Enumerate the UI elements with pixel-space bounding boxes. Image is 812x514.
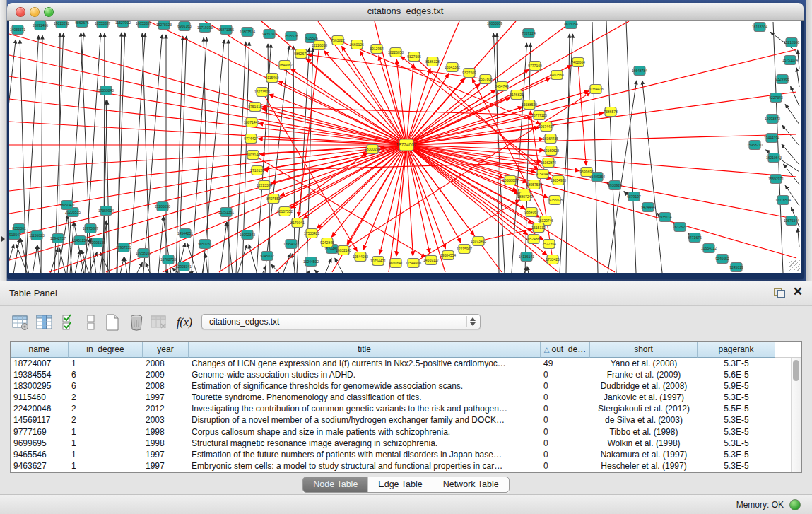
graph-node[interactable]: 9862676 bbox=[75, 21, 89, 28]
scrollbar-thumb[interactable] bbox=[793, 360, 799, 381]
graph-node[interactable]: 7462664 bbox=[571, 58, 585, 67]
graph-node[interactable]: 9327505 bbox=[407, 52, 421, 62]
graph-node[interactable]: 12160628 bbox=[543, 146, 559, 156]
graph-node[interactable]: 2935114 bbox=[658, 213, 671, 222]
graph-node[interactable]: 8454749 bbox=[495, 82, 509, 91]
table-row[interactable]: 2242004622012Investigating the contribut… bbox=[11, 403, 801, 414]
graph-node[interactable]: 17359924 bbox=[98, 206, 114, 216]
minimize-window-button[interactable] bbox=[30, 7, 40, 17]
graph-node[interactable]: 18071441 bbox=[244, 118, 259, 127]
graph-node[interactable]: 9435787 bbox=[262, 30, 276, 39]
graph-node[interactable]: 9474444 bbox=[641, 203, 655, 212]
graph-node[interactable]: 1615132 bbox=[531, 223, 546, 233]
graph-node[interactable]: 12226058 bbox=[312, 41, 327, 50]
graph-node[interactable]: 8427552 bbox=[266, 194, 281, 204]
graph-node[interactable]: 9862671 bbox=[294, 49, 308, 59]
panel-collapse-arrow[interactable] bbox=[1, 236, 5, 242]
graph-node[interactable]: 10553287 bbox=[95, 21, 110, 28]
graph-node[interactable]: 12923341 bbox=[176, 262, 192, 271]
table-row[interactable]: 969969511998Structural magnetic resonanc… bbox=[11, 438, 801, 449]
graph-node[interactable]: 11675344 bbox=[784, 216, 799, 226]
column-header-title[interactable]: title bbox=[189, 342, 541, 358]
tab-edge-table[interactable]: Edge Table bbox=[367, 477, 432, 492]
graph-node[interactable]: 9699695 bbox=[579, 168, 594, 177]
graph-node[interactable]: 18226058 bbox=[388, 48, 404, 57]
table-row[interactable]: 1872400712008Changes of HCN gene express… bbox=[11, 358, 801, 369]
graph-node[interactable]: 2718126 bbox=[250, 166, 264, 175]
graph-node[interactable]: 10754421 bbox=[370, 257, 386, 266]
graph-node[interactable]: 8170041 bbox=[290, 218, 305, 228]
graph-node[interactable]: 21206050 bbox=[155, 202, 170, 211]
graph-node[interactable]: 11544908 bbox=[406, 259, 421, 268]
column-header-pagerank[interactable]: pagerank bbox=[698, 342, 775, 358]
graph-node[interactable]: 6966163 bbox=[177, 22, 192, 31]
graph-node[interactable]: 9146821 bbox=[510, 90, 524, 100]
table-row[interactable]: 1938455462009Genome-wide association stu… bbox=[11, 369, 801, 380]
float-panel-icon[interactable] bbox=[774, 288, 785, 298]
graph-node[interactable]: 7386578 bbox=[604, 107, 618, 117]
select-all-icon[interactable] bbox=[58, 312, 79, 333]
tab-network-table[interactable]: Network Table bbox=[433, 477, 509, 492]
column-header-name[interactable]: name bbox=[11, 342, 69, 358]
graph-node[interactable]: 15278023 bbox=[156, 21, 172, 30]
graph-node[interactable]: 8471676 bbox=[688, 233, 702, 243]
graph-node[interactable]: 18107552 bbox=[277, 207, 293, 216]
graph-node[interactable]: 16053809 bbox=[487, 21, 502, 28]
graph-node[interactable]: 16648784 bbox=[632, 66, 647, 76]
graph-node[interactable]: 16871355 bbox=[218, 25, 234, 35]
graph-node[interactable]: 9242845 bbox=[320, 238, 334, 247]
table-row[interactable]: 1830029562008Estimation of significance … bbox=[11, 380, 801, 392]
graph-node[interactable]: 3912954 bbox=[370, 45, 384, 54]
network-table-select[interactable]: citations_edges.txt bbox=[201, 314, 481, 329]
graph-node[interactable]: 9227343 bbox=[769, 93, 783, 103]
graph-node[interactable]: 6879197 bbox=[627, 192, 641, 201]
graph-node[interactable]: 16653287 bbox=[136, 21, 151, 28]
network-window[interactable]: citations_edges.txt 14035571208914061901… bbox=[7, 3, 804, 279]
graph-node[interactable]: 12093872 bbox=[765, 115, 780, 124]
column-header-in_degree[interactable]: in_degree bbox=[69, 342, 143, 358]
graph-node[interactable]: 19756928 bbox=[547, 196, 563, 205]
graph-node[interactable]: 9115460 bbox=[265, 74, 278, 83]
column-header-out_degree[interactable]: △out_de… bbox=[541, 342, 590, 358]
graph-node[interactable]: 8813054 bbox=[564, 21, 578, 29]
network-canvas[interactable]: 1403557120891406190132929862676105532871… bbox=[9, 21, 801, 273]
graph-node[interactable]: 14544251 bbox=[177, 229, 193, 238]
graph-node[interactable]: 18957584 bbox=[526, 180, 542, 189]
graph-node[interactable]: 6497568 bbox=[550, 71, 564, 80]
graph-node[interactable]: 8186328 bbox=[425, 57, 440, 66]
graph-node[interactable]: 18807249 bbox=[517, 192, 533, 201]
graph-node[interactable]: 9154943 bbox=[536, 170, 550, 179]
graph-node[interactable]: 1733426 bbox=[546, 255, 560, 264]
graph-node[interactable]: 9329966 bbox=[775, 75, 789, 84]
graph-node[interactable]: 8751515 bbox=[248, 103, 262, 112]
vertical-scrollbar[interactable] bbox=[791, 358, 801, 472]
graph-node[interactable]: 20364436 bbox=[588, 85, 604, 94]
graph-node[interactable]: 17016504 bbox=[775, 196, 791, 205]
unselect-all-icon[interactable] bbox=[81, 312, 102, 333]
window-titlebar[interactable]: citations_edges.txt bbox=[7, 3, 804, 21]
maximize-window-button[interactable] bbox=[44, 7, 54, 17]
graph-node[interactable]: 17533421 bbox=[304, 229, 319, 238]
graph-node[interactable]: 12544033 bbox=[353, 252, 368, 262]
close-panel-icon[interactable]: ✕ bbox=[793, 285, 803, 299]
graph-node[interactable]: 16777125 bbox=[531, 111, 547, 120]
delete-icon[interactable] bbox=[126, 312, 147, 333]
graph-node[interactable]: 16032143 bbox=[336, 246, 351, 255]
graph-node[interactable]: 12444194 bbox=[764, 134, 779, 143]
graph-node[interactable]: 8913547 bbox=[9, 230, 21, 240]
graph-node[interactable]: 10674427 bbox=[539, 122, 554, 132]
graph-node[interactable]: 16092343 bbox=[240, 230, 255, 240]
graph-node[interactable]: 15218506 bbox=[784, 38, 799, 47]
graph-node[interactable]: 10688609 bbox=[502, 176, 518, 185]
graph-node[interactable]: 16782753 bbox=[160, 255, 176, 264]
graph-node[interactable]: 15251361 bbox=[218, 208, 234, 217]
graph-node[interactable]: 16973403 bbox=[471, 237, 486, 246]
graph-node[interactable]: 8938924 bbox=[608, 181, 622, 190]
graph-node[interactable]: 15273505 bbox=[254, 88, 270, 97]
graph-node[interactable]: 15751074 bbox=[782, 56, 798, 65]
graph-node[interactable]: 18300295 bbox=[365, 145, 380, 154]
graph-node[interactable]: 14136141 bbox=[519, 252, 534, 262]
graph-node[interactable]: 16162874 bbox=[541, 158, 556, 168]
graph-node[interactable]: 20891406 bbox=[33, 21, 48, 30]
resize-grip[interactable] bbox=[789, 260, 800, 271]
